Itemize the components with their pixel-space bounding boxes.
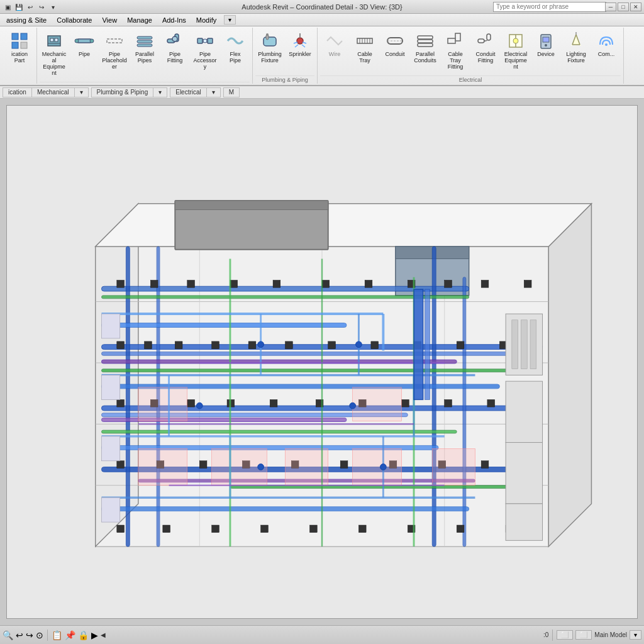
svg-rect-123 [340,461,348,469]
breadcrumb-m[interactable]: M [224,88,239,97]
svg-point-170 [258,464,264,470]
conduit-fitting-button[interactable]: ConduitFitting [471,29,500,66]
parallel-pipes-button[interactable]: ParallelPipes [130,29,159,66]
svg-rect-102 [371,341,379,349]
status-icon-lock[interactable]: 🔒 [78,630,89,640]
flex-pipe-button[interactable]: FlexPipe [221,29,250,66]
menu-collaborate[interactable]: Collaborate [52,15,97,25]
status-right: :0 ⬜ ⬜ Main Model ▾ [543,630,641,641]
pipe-placeholder-button[interactable]: PipePlaceholder [100,29,129,72]
svg-rect-133 [322,280,330,288]
save-button[interactable]: 💾 [14,2,24,12]
menu-addins[interactable]: Add-Ins [157,15,191,25]
svg-rect-162 [101,314,119,338]
svg-rect-96 [145,341,152,349]
svg-rect-136 [445,280,452,288]
lighting-fixture-button[interactable]: LightingFixture [562,29,591,66]
conduit-fitting-icon [475,31,496,51]
svg-rect-142 [261,525,269,533]
plumbing-fixture-icon [260,31,280,51]
svg-rect-148 [138,448,187,485]
main-viewport[interactable] [0,99,644,625]
minimize-button[interactable]: ─ [605,3,616,11]
svg-point-168 [196,402,203,409]
undo-button[interactable]: ↩ [25,2,35,12]
dropdown-arrow[interactable]: ▾ [48,2,58,12]
parallel-conduits-button[interactable]: ParallelConduits [411,29,440,66]
sprinkler-button[interactable]: Sprinkler [286,29,314,60]
communication-button[interactable]: Com... [592,29,621,60]
model-icon2[interactable]: ⬜ [575,630,592,640]
svg-rect-159 [506,381,542,442]
electrical-equipment-button[interactable]: ElectricalEquipment [501,29,530,72]
model-dropdown[interactable]: ▾ [630,630,641,640]
status-icon-clipboard[interactable]: 📋 [52,630,62,640]
svg-rect-115 [445,399,452,407]
breadcrumb-electrical-dropdown[interactable]: ▾ [207,88,220,97]
parallel-pipes-icon [135,31,155,51]
status-icon-search[interactable]: 🔍 [3,630,13,640]
svg-rect-140 [163,525,170,533]
menu-manage[interactable]: Manage [122,15,157,25]
pipe-fitting-icon [165,31,185,51]
plumbing-fixture-button[interactable]: PlumbingFixture [255,29,284,66]
cable-tray-button[interactable]: CableTray [350,29,379,66]
svg-rect-8 [77,39,92,43]
wire-button[interactable]: Wire [320,29,349,60]
plumbing-fixture-label: PlumbingFixture [258,52,282,64]
svg-rect-39 [418,36,433,39]
svg-rect-18 [197,38,203,43]
svg-rect-173 [425,289,430,399]
pipe-accessory-button[interactable]: PipeAccessory [191,29,219,72]
mechanical-equipment-label: MechanicalEquipment [42,52,67,77]
cable-tray-fitting-button[interactable]: Cable TrayFitting [441,29,470,72]
modify-dropdown[interactable]: ▾ [224,15,236,25]
status-icon-play[interactable]: ▶ [91,630,98,640]
menu-modify[interactable]: Modify [191,15,221,25]
status-bar: 🔍 ↩ ↪ ⊙ 📋 📌 🔒 ▶ ◀ :0 ⬜ ⬜ Main Model ▾ [0,625,644,644]
menu-passing-site[interactable]: assing & Site [1,15,52,25]
mechanical-group-label [40,82,250,84]
device-label: Device [537,52,555,58]
svg-point-9 [75,39,79,43]
status-icon-pin[interactable]: 📌 [65,630,75,640]
svg-point-167 [356,341,362,348]
model-icon[interactable]: ⬜ [557,630,573,640]
app-menu-button[interactable]: ▣ [3,2,13,12]
svg-rect-22 [264,37,276,46]
svg-marker-62 [96,204,592,247]
breadcrumb-electrical[interactable]: Electrical [170,88,207,97]
svg-rect-139 [117,525,125,533]
breadcrumb-mechanical[interactable]: Mechanical [32,88,75,97]
svg-rect-12 [137,36,152,39]
conduit-button[interactable]: Conduit [380,29,409,60]
breadcrumb-plumbing[interactable]: Plumbing & Piping [92,88,154,97]
status-scale-label: :0 [543,631,548,638]
maximize-button[interactable]: □ [618,3,629,11]
cable-tray-label: CableTray [357,52,372,64]
pipe-fitting-button[interactable]: PipeFitting [160,29,189,66]
apppart-button[interactable]: icationPart [5,29,34,66]
mechanical-equipment-button[interactable]: MechanicalEquipment [40,29,69,79]
svg-point-52 [545,44,547,47]
breadcrumb-dropdown[interactable]: ▾ [75,88,88,97]
search-input[interactable] [493,2,606,12]
device-button[interactable]: Device [531,29,560,60]
pipe-accessory-label: PipeAccessory [192,52,218,70]
lighting-fixture-icon [566,31,586,51]
status-icon-target[interactable]: ⊙ [36,630,43,640]
status-icon-redo[interactable]: ↪ [26,630,33,640]
svg-rect-152 [432,448,475,485]
close-button[interactable]: ✕ [630,3,641,11]
sprinkler-icon [290,31,310,51]
status-sep-1 [47,630,48,641]
flex-pipe-label: FlexPipe [230,52,241,64]
pipe-button[interactable]: Pipe [70,29,99,60]
breadcrumb-plumbing-dropdown[interactable]: ▾ [153,88,167,97]
drawing-area[interactable] [6,105,638,619]
breadcrumb-ication[interactable]: ication [3,88,32,97]
redo-button[interactable]: ↪ [36,2,47,12]
ribbon: icationPart MechanicalEquipment [0,26,644,86]
status-icon-undo[interactable]: ↩ [16,630,23,640]
menu-view[interactable]: View [97,15,122,25]
